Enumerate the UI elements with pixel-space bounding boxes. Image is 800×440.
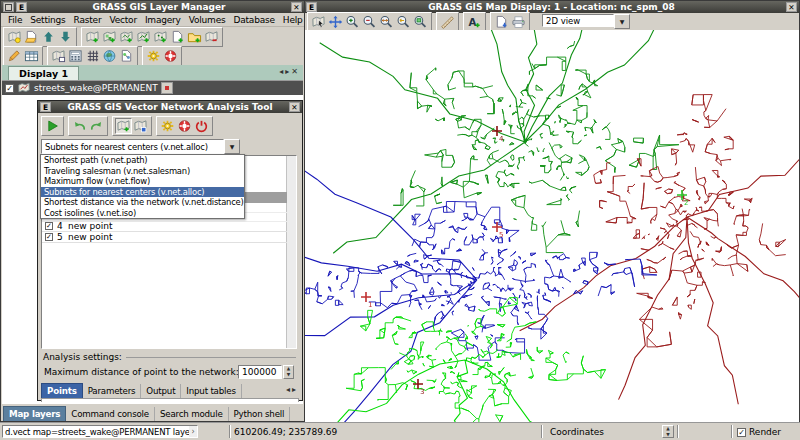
georectifier-icon[interactable] — [84, 48, 101, 64]
undo-icon[interactable] — [71, 118, 88, 134]
quit-icon[interactable] — [193, 118, 210, 134]
menu-raster[interactable]: Raster — [70, 14, 106, 26]
add-multiple-layers-icon[interactable] — [84, 29, 101, 45]
menu-vector[interactable]: Vector — [105, 14, 140, 26]
points-scrollbar[interactable] — [286, 156, 296, 348]
new-workspace-icon[interactable] — [6, 29, 23, 45]
window-menu-icon[interactable]: E — [306, 2, 317, 12]
add-raster-misc-icon[interactable] — [118, 29, 135, 45]
analyze-icon[interactable] — [439, 14, 456, 30]
close-icon[interactable]: ✕ — [291, 2, 302, 12]
run-icon[interactable] — [44, 118, 61, 134]
zoom-back-icon[interactable] — [395, 14, 412, 30]
settings-icon[interactable] — [159, 118, 176, 134]
max-distance-input[interactable]: 100000 — [238, 365, 282, 379]
menu-volumes[interactable]: Volumes — [185, 14, 230, 26]
tab-scroll-arrows[interactable]: ◂▸ — [286, 385, 298, 394]
window-menu-icon[interactable]: E — [40, 102, 51, 112]
zoom-out-icon[interactable] — [361, 14, 378, 30]
layer-row[interactable]: ✓ streets_wake@PERMANENT — [2, 81, 303, 95]
display-map-icon[interactable] — [310, 14, 327, 30]
method-combo-value[interactable]: Subnets for nearest centers (v.net.alloc… — [41, 139, 224, 154]
add-vector-misc-icon[interactable] — [152, 29, 169, 45]
window-menu-icon[interactable]: E — [16, 2, 27, 12]
render-checkbox-checked-icon[interactable]: ✓ — [737, 428, 746, 437]
point-row[interactable]: ✓4new point — [42, 221, 287, 232]
spin-down-icon[interactable]: ▼ — [284, 372, 293, 378]
statusbar-mode-combo[interactable]: Coordinates ▲ ▼ — [546, 425, 674, 438]
view-mode-value[interactable]: 2D view — [542, 14, 614, 27]
zoom-extent-icon[interactable] — [378, 14, 395, 30]
tabs-right-icon[interactable]: ▸ — [292, 385, 298, 394]
layer-manager-titlebar[interactable]: E GRASS GIS Layer Manager ✕ — [1, 1, 304, 13]
overflow-icon[interactable]: › — [189, 426, 197, 437]
map-calculator-icon[interactable] — [67, 48, 84, 64]
snapping-icon[interactable] — [132, 118, 149, 134]
tab-map-layers[interactable]: Map layers — [3, 406, 66, 421]
layer-badge-icon[interactable] — [161, 82, 173, 94]
add-raster-layer-icon[interactable] — [101, 29, 118, 45]
point-row[interactable]: ✓5new point — [42, 232, 287, 243]
method-option[interactable]: Cost isolines (v.net.iso) — [41, 208, 244, 219]
method-option[interactable]: Shortest distance via the network (v.net… — [41, 197, 244, 208]
nviz-3d-icon[interactable] — [101, 48, 118, 64]
add-command-layer-icon[interactable] — [169, 29, 186, 45]
close-tab-icon[interactable]: ✕ — [291, 67, 300, 76]
vnet-titlebar[interactable]: E GRASS GIS Vector Network Analysis Tool… — [38, 101, 302, 113]
tab-points[interactable]: Points — [41, 383, 83, 398]
menu-database[interactable]: Database — [230, 14, 279, 26]
save-workspace-icon[interactable] — [57, 29, 74, 45]
delete-layer-icon[interactable] — [203, 29, 220, 45]
close-icon[interactable]: ✕ — [289, 102, 300, 112]
insert-points-icon[interactable] — [115, 118, 132, 134]
layer-checkbox-checked-icon[interactable]: ✓ — [5, 84, 14, 93]
tab-search-module[interactable]: Search module — [155, 407, 229, 421]
method-combo[interactable]: Subnets for nearest centers (v.net.alloc… — [41, 139, 240, 154]
tab-python-shell[interactable]: Python shell — [229, 407, 291, 421]
new-display-icon[interactable] — [50, 48, 67, 64]
method-option[interactable]: Subnets for nearest centers (v.net.alloc… — [41, 187, 244, 198]
method-option[interactable]: Shortest path (v.net.path) — [41, 155, 244, 166]
tab-command-console[interactable]: Command console — [66, 407, 155, 421]
print-display-icon[interactable] — [510, 14, 527, 30]
tab-parameters[interactable]: Parameters — [83, 384, 142, 398]
close-icon[interactable]: ✕ — [786, 2, 797, 12]
menu-settings[interactable]: Settings — [26, 14, 69, 26]
map-canvas[interactable] — [305, 30, 799, 422]
spin-down-icon[interactable]: ▼ — [663, 432, 673, 438]
tab-display-1[interactable]: Display 1 — [8, 66, 79, 81]
attribute-table-icon[interactable] — [23, 48, 40, 64]
checkbox-checked-icon[interactable]: ✓ — [45, 222, 53, 230]
menu-imagery[interactable]: Imagery — [141, 14, 185, 26]
display-tab-controls[interactable]: ◂▸✕ — [279, 67, 300, 76]
view-mode-combo[interactable]: 2D view▼ — [542, 14, 630, 29]
add-overlay-icon[interactable]: A — [466, 14, 483, 30]
open-workspace-icon[interactable] — [23, 29, 40, 45]
settings-icon[interactable] — [145, 48, 162, 64]
window-box-icon[interactable] — [3, 2, 14, 12]
statusbar-mode-spinner[interactable]: ▲ ▼ — [662, 425, 674, 438]
zoom-to-map-icon[interactable] — [412, 14, 429, 30]
method-option[interactable]: Traveling salesman (v.net.salesman) — [41, 166, 244, 177]
tab-input-tables[interactable]: Input tables — [181, 384, 241, 398]
pan-icon[interactable] — [327, 14, 344, 30]
method-dropdown-list[interactable]: Shortest path (v.net.path)Traveling sale… — [40, 154, 245, 219]
save-display-icon[interactable] — [493, 14, 510, 30]
method-option[interactable]: Maximum flow (v.net.flow) — [41, 176, 244, 187]
combo-dropdown-icon[interactable]: ▼ — [614, 14, 630, 29]
add-group-icon[interactable] — [186, 29, 203, 45]
add-vector-layer-icon[interactable] — [135, 29, 152, 45]
command-prompt[interactable]: d.vect map=streets_wake@PERMANENT layer=… — [2, 425, 198, 438]
help-icon[interactable] — [176, 118, 193, 134]
max-distance-spinner[interactable]: ▲ ▼ — [283, 365, 294, 379]
redo-icon[interactable] — [88, 118, 105, 134]
help-icon[interactable] — [162, 48, 179, 64]
zoom-in-icon[interactable] — [344, 14, 361, 30]
tab-output[interactable]: Output — [141, 384, 181, 398]
vector-digitizer-icon[interactable] — [6, 48, 23, 64]
menu-help[interactable]: Help — [279, 14, 307, 26]
checkbox-checked-icon[interactable]: ✓ — [45, 233, 53, 241]
render-toggle[interactable]: ✓ Render — [737, 427, 781, 437]
combo-dropdown-icon[interactable]: ▼ — [224, 139, 240, 154]
graphical-modeler-icon[interactable] — [118, 48, 135, 64]
